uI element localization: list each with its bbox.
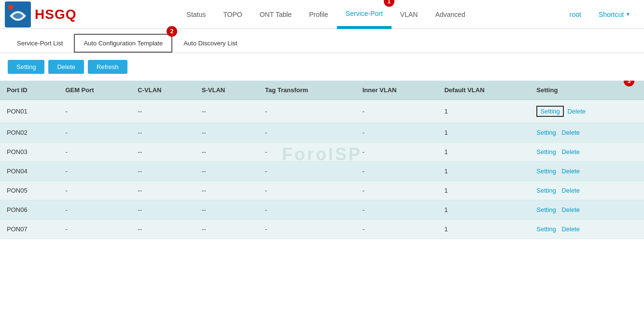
table-body: PON01-------1Setting DeletePON02-------1… <box>0 100 644 239</box>
cell-actions: Setting Delete <box>530 162 644 181</box>
cell-tag-transform: - <box>258 200 356 220</box>
svg-point-1 <box>8 5 13 10</box>
delete-link[interactable]: Delete <box>561 148 580 155</box>
nav-topo[interactable]: TOPO <box>214 0 251 29</box>
cell-default-vlan: 1 <box>437 220 530 239</box>
tab-service-port-list[interactable]: Service-Port List <box>8 34 72 52</box>
cell-s-vlan: -- <box>195 100 258 123</box>
cell-default-vlan: 1 <box>437 123 530 142</box>
setting-link[interactable]: Setting <box>536 225 556 233</box>
cell-c-vlan: -- <box>131 200 195 220</box>
delete-link[interactable]: Delete <box>561 168 580 175</box>
cell-s-vlan: -- <box>195 181 258 200</box>
cell-default-vlan: 1 <box>437 200 530 220</box>
cell-inner-vlan: - <box>356 123 438 142</box>
cell-c-vlan: -- <box>131 100 195 123</box>
delete-link[interactable]: Delete <box>561 225 580 233</box>
nav-ont-table[interactable]: ONT Table <box>251 0 300 29</box>
delete-button[interactable]: Delete <box>48 60 84 74</box>
cell-tag-transform: - <box>258 142 356 162</box>
logo-icon <box>5 1 31 28</box>
nav-vlan[interactable]: VLAN <box>392 0 427 29</box>
cell-port-id: PON03 <box>0 142 58 162</box>
col-default-vlan: Default VLAN <box>437 81 530 100</box>
cell-tag-transform: - <box>258 123 356 142</box>
cell-s-vlan: -- <box>195 220 258 239</box>
table-row: PON06-------1Setting Delete <box>0 200 644 220</box>
cell-inner-vlan: - <box>356 220 438 239</box>
cell-c-vlan: -- <box>131 123 195 142</box>
nav-right: root Shortcut ▼ <box>561 0 639 29</box>
logo-area: HSGQ <box>5 1 76 28</box>
cell-port-id: PON07 <box>0 220 58 239</box>
col-inner-vlan: Inner VLAN <box>356 81 438 100</box>
table-wrap: Port ID GEM Port C-VLAN S-VLAN Tag Trans… <box>0 81 644 239</box>
nav-shortcut[interactable]: Shortcut ▼ <box>590 0 639 29</box>
table-row: PON05-------1Setting Delete <box>0 181 644 200</box>
cell-gem-port: - <box>58 123 131 142</box>
col-gem-port: GEM Port <box>58 81 131 100</box>
setting-link[interactable]: Setting <box>536 187 556 194</box>
cell-tag-transform: - <box>258 181 356 200</box>
table-row: PON04-------1Setting Delete <box>0 162 644 181</box>
cell-s-vlan: -- <box>195 162 258 181</box>
table-row: PON02-------1Setting Delete <box>0 123 644 142</box>
delete-link[interactable]: Delete <box>561 206 580 213</box>
logo-text: HSGQ <box>35 7 76 22</box>
delete-link[interactable]: Delete <box>561 129 580 136</box>
cell-actions: Setting Delete <box>530 100 644 123</box>
col-port-id: Port ID <box>0 81 58 100</box>
nav-profile[interactable]: Profile <box>300 0 337 29</box>
table-row: PON01-------1Setting Delete <box>0 100 644 123</box>
badge-3: 3 <box>624 81 634 86</box>
cell-actions: Setting Delete <box>530 220 644 239</box>
cell-c-vlan: -- <box>131 142 195 162</box>
nav-root[interactable]: root <box>561 0 590 29</box>
cell-s-vlan: -- <box>195 123 258 142</box>
nav-service-port[interactable]: Service-Port 1 <box>337 0 392 29</box>
col-setting: Setting 3 <box>530 81 644 100</box>
cell-s-vlan: -- <box>195 200 258 220</box>
cell-port-id: PON01 <box>0 100 58 123</box>
cell-actions: Setting Delete <box>530 200 644 220</box>
cell-default-vlan: 1 <box>437 142 530 162</box>
nav-links: Status TOPO ONT Table Profile Service-Po… <box>91 0 560 29</box>
cell-port-id: PON04 <box>0 162 58 181</box>
tabs-row: Service-Port List Auto Configuration Tem… <box>0 29 644 53</box>
setting-button[interactable]: Setting <box>8 60 44 74</box>
table-row: PON07-------1Setting Delete <box>0 220 644 239</box>
cell-gem-port: - <box>58 200 131 220</box>
col-tag-transform: Tag Transform <box>258 81 356 100</box>
cell-inner-vlan: - <box>356 181 438 200</box>
cell-c-vlan: -- <box>131 220 195 239</box>
main-table: Port ID GEM Port C-VLAN S-VLAN Tag Trans… <box>0 81 644 239</box>
cell-gem-port: - <box>58 100 131 123</box>
setting-link[interactable]: Setting <box>536 129 556 136</box>
cell-actions: Setting Delete <box>530 142 644 162</box>
setting-link[interactable]: Setting <box>536 168 556 175</box>
cell-port-id: PON06 <box>0 200 58 220</box>
cell-c-vlan: -- <box>131 181 195 200</box>
cell-default-vlan: 1 <box>437 100 530 123</box>
nav-advanced[interactable]: Advanced <box>426 0 474 29</box>
refresh-button[interactable]: Refresh <box>88 60 127 74</box>
cell-tag-transform: - <box>258 162 356 181</box>
setting-link[interactable]: Setting <box>536 148 556 155</box>
cell-tag-transform: - <box>258 220 356 239</box>
table-header: Port ID GEM Port C-VLAN S-VLAN Tag Trans… <box>0 81 644 100</box>
tab-auto-discovery-list[interactable]: Auto Discovery List <box>174 34 246 52</box>
cell-port-id: PON05 <box>0 181 58 200</box>
navbar: HSGQ Status TOPO ONT Table Profile Servi… <box>0 0 644 29</box>
setting-link[interactable]: Setting <box>536 106 563 117</box>
cell-inner-vlan: - <box>356 142 438 162</box>
col-s-vlan: S-VLAN <box>195 81 258 100</box>
setting-link[interactable]: Setting <box>536 206 556 213</box>
delete-link[interactable]: Delete <box>561 187 580 194</box>
cell-actions: Setting Delete <box>530 123 644 142</box>
cell-gem-port: - <box>58 220 131 239</box>
nav-status[interactable]: Status <box>178 0 215 29</box>
cell-c-vlan: -- <box>131 162 195 181</box>
cell-default-vlan: 1 <box>437 181 530 200</box>
tab-auto-config-template[interactable]: Auto Configuration Template 2 <box>74 34 172 53</box>
delete-link[interactable]: Delete <box>567 108 586 115</box>
